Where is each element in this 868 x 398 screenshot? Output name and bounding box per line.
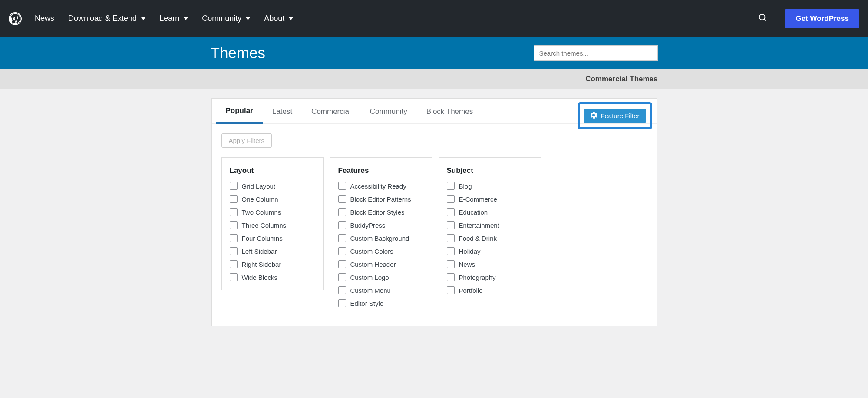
filter-item: Entertainment (447, 221, 533, 229)
filter-checkbox[interactable] (338, 260, 346, 268)
filter-checkbox[interactable] (447, 221, 455, 229)
apply-filters-button[interactable]: Apply Filters (221, 133, 272, 148)
tab-community[interactable]: Community (360, 100, 417, 123)
nav-item-news[interactable]: News (35, 14, 54, 23)
filter-checkbox[interactable] (447, 182, 455, 190)
filter-checkbox[interactable] (230, 221, 238, 229)
filter-item: Custom Colors (338, 247, 424, 255)
filter-label[interactable]: Custom Menu (350, 287, 391, 294)
nav-item-community[interactable]: Community (202, 14, 250, 23)
get-wordpress-button[interactable]: Get WordPress (785, 9, 859, 28)
chevron-down-icon (141, 17, 145, 20)
filter-item: Block Editor Styles (338, 208, 424, 216)
filter-checkbox[interactable] (338, 195, 346, 203)
filter-label[interactable]: Right Sidebar (242, 261, 281, 268)
tab-commercial[interactable]: Commercial (302, 100, 360, 123)
filter-checkbox[interactable] (338, 286, 346, 294)
filter-item: E-Commerce (447, 195, 533, 203)
filter-checkbox[interactable] (447, 260, 455, 268)
nav-items: News Download & Extend Learn Community A… (35, 14, 758, 23)
top-nav: News Download & Extend Learn Community A… (0, 0, 868, 37)
filter-checkbox[interactable] (230, 195, 238, 203)
filter-checkbox[interactable] (230, 247, 238, 255)
nav-item-download[interactable]: Download & Extend (68, 14, 145, 23)
filter-checkbox[interactable] (447, 273, 455, 281)
filter-checkbox[interactable] (447, 234, 455, 242)
filter-label[interactable]: Block Editor Styles (350, 209, 405, 216)
filters-area: Apply Filters Layout Grid Layout One Col… (212, 124, 657, 326)
filter-item: BuddyPress (338, 221, 424, 229)
filter-checkbox[interactable] (230, 273, 238, 281)
filter-checkbox[interactable] (338, 273, 346, 281)
page-header: Themes (0, 37, 868, 69)
filter-label[interactable]: One Column (242, 196, 278, 203)
filter-label[interactable]: News (459, 261, 475, 268)
filter-label[interactable]: Grid Layout (242, 182, 276, 190)
feature-filter-button[interactable]: Feature Filter (584, 109, 645, 123)
filter-item: Custom Background (338, 234, 424, 242)
filter-label[interactable]: Custom Logo (350, 274, 389, 281)
filter-item: Holiday (447, 247, 533, 255)
filter-checkbox[interactable] (338, 208, 346, 216)
filter-group-subject: Subject Blog E-Commerce Education Entert… (439, 157, 541, 303)
filter-group-features: Features Accessibility Ready Block Edito… (330, 157, 432, 316)
filter-checkbox[interactable] (447, 208, 455, 216)
filter-label[interactable]: Education (459, 209, 488, 216)
filter-label[interactable]: Blog (459, 182, 472, 190)
wordpress-logo[interactable] (9, 12, 22, 25)
filter-checkbox[interactable] (447, 286, 455, 294)
filter-checkbox[interactable] (447, 195, 455, 203)
filter-label[interactable]: Two Columns (242, 209, 281, 216)
filter-item: Two Columns (230, 208, 316, 216)
nav-item-about[interactable]: About (264, 14, 293, 23)
filter-checkbox[interactable] (338, 182, 346, 190)
filter-item: Education (447, 208, 533, 216)
filter-checkbox[interactable] (338, 221, 346, 229)
filter-label[interactable]: Block Editor Patterns (350, 196, 411, 203)
filter-label[interactable]: Three Columns (242, 222, 287, 229)
filter-item: Photography (447, 273, 533, 281)
filter-label[interactable]: Accessibility Ready (350, 182, 406, 190)
filter-label[interactable]: BuddyPress (350, 222, 386, 229)
filter-label[interactable]: Editor Style (350, 300, 384, 307)
nav-item-learn[interactable]: Learn (159, 14, 188, 23)
tab-popular[interactable]: Popular (216, 99, 263, 124)
filter-label[interactable]: Custom Background (350, 235, 409, 242)
filter-checkbox[interactable] (230, 208, 238, 216)
feature-filter-highlight: Feature Filter (578, 102, 652, 129)
filter-item: Block Editor Patterns (338, 195, 424, 203)
filter-label[interactable]: E-Commerce (459, 196, 497, 203)
filter-item: News (447, 260, 533, 268)
commercial-themes-link[interactable]: Commercial Themes (585, 75, 657, 83)
filter-label[interactable]: Left Sidebar (242, 248, 277, 255)
filter-checkbox[interactable] (338, 299, 346, 307)
filter-checkbox[interactable] (230, 260, 238, 268)
filter-item: Wide Blocks (230, 273, 316, 281)
nav-label: About (264, 14, 284, 23)
svg-line-2 (764, 19, 766, 21)
filter-item: Grid Layout (230, 182, 316, 190)
filter-label[interactable]: Food & Drink (459, 235, 497, 242)
filter-label[interactable]: Custom Header (350, 261, 396, 268)
tab-latest[interactable]: Latest (263, 100, 302, 123)
filter-label[interactable]: Four Columns (242, 235, 283, 242)
filter-label[interactable]: Entertainment (459, 222, 499, 229)
nav-label: News (35, 14, 54, 23)
filter-checkbox[interactable] (230, 234, 238, 242)
svg-point-1 (759, 14, 765, 20)
filter-checkbox[interactable] (338, 234, 346, 242)
filter-label[interactable]: Wide Blocks (242, 274, 278, 281)
search-themes-input[interactable] (534, 45, 658, 61)
filter-label[interactable]: Portfolio (459, 287, 483, 294)
filter-label[interactable]: Custom Colors (350, 248, 393, 255)
search-toggle[interactable] (758, 13, 768, 24)
filter-checkbox[interactable] (230, 182, 238, 190)
main-content: Popular Latest Commercial Community Bloc… (211, 98, 657, 326)
nav-label: Download & Extend (68, 14, 137, 23)
filter-checkbox[interactable] (338, 247, 346, 255)
filter-label[interactable]: Holiday (459, 248, 481, 255)
tab-block-themes[interactable]: Block Themes (417, 100, 482, 123)
filter-checkbox[interactable] (447, 247, 455, 255)
filter-item: Three Columns (230, 221, 316, 229)
filter-label[interactable]: Photography (459, 274, 496, 281)
